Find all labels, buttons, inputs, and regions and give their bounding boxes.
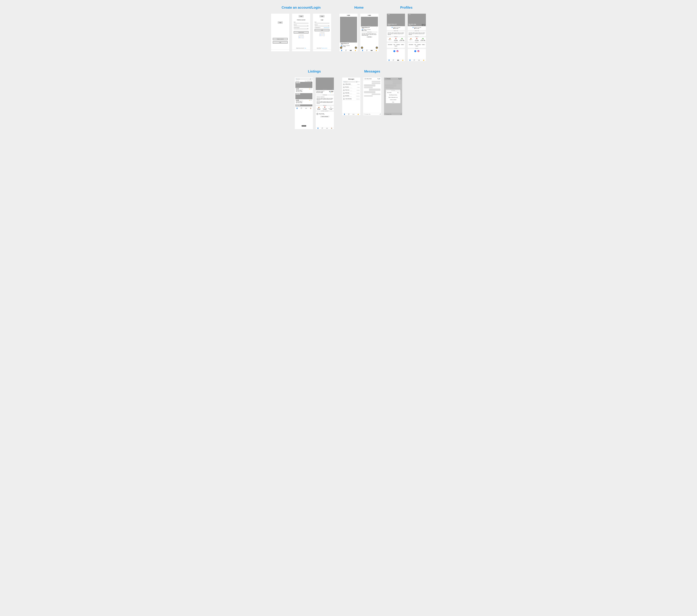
nav-profile-icon[interactable]: 👤 xyxy=(341,50,342,51)
password-input[interactable] xyxy=(294,25,309,27)
forgot-password-link[interactable]: Forget Password? xyxy=(324,27,329,28)
heart-icon[interactable]: ♥ xyxy=(311,82,312,83)
facebook-button[interactable]: f xyxy=(301,36,304,38)
back-button[interactable]: ‹ Back xyxy=(408,14,426,15)
google-button[interactable]: G xyxy=(298,36,301,38)
nav-messages-icon[interactable]: 💬 xyxy=(366,50,368,51)
message-input[interactable]: Message..Jeffrey xyxy=(365,114,380,115)
compose-button[interactable]: ＋ xyxy=(358,81,359,83)
conversation-row[interactable]: Rohit Nair1 day ago xyxy=(342,92,360,95)
dislike-button[interactable]: 👎 xyxy=(340,47,342,49)
nav-profile-icon[interactable]: 👤 xyxy=(344,114,345,115)
dislike-button[interactable]: 👎 xyxy=(361,47,363,49)
nav-messages-icon[interactable]: 💬 xyxy=(301,108,302,109)
create-submit-button[interactable]: Create account xyxy=(294,31,309,33)
confirm-password-input[interactable] xyxy=(294,28,309,30)
conversation-row[interactable]: Neil Rathi2 days ago xyxy=(342,95,360,98)
back-button[interactable]: ‹ xyxy=(364,78,364,79)
facebook-link[interactable]: f xyxy=(394,50,395,52)
heart-icon[interactable]: ♡ xyxy=(311,105,312,106)
facebook-button[interactable]: f xyxy=(323,34,325,36)
back-button[interactable]: ‹ Back xyxy=(387,14,405,15)
mic-icon[interactable]: 🎤 xyxy=(310,78,311,79)
password-input[interactable] xyxy=(315,25,329,27)
nav-messages-icon[interactable]: 💬 xyxy=(322,128,323,129)
video-icon[interactable]: 📹 xyxy=(379,78,380,79)
nav-home-icon[interactable]: ◼◼ xyxy=(418,60,420,61)
nav-home-icon[interactable]: ◼◼ xyxy=(326,128,328,129)
nav-likes-icon[interactable]: 👍 xyxy=(375,50,377,51)
map-view-toggle[interactable]: Map View xyxy=(301,125,306,127)
close-button[interactable]: Close xyxy=(386,101,400,103)
instagram-link[interactable]: ◎ xyxy=(417,50,419,52)
login-submit-button[interactable]: Login xyxy=(315,29,329,31)
create-account-button[interactable]: Create an account xyxy=(273,38,287,40)
nav-profile-icon[interactable]: 👤 xyxy=(317,128,319,129)
filter-icon[interactable]: ▾ xyxy=(312,78,312,79)
login-button[interactable]: Login xyxy=(273,41,287,44)
nav-listings-icon[interactable]: 🏠 xyxy=(310,108,311,109)
nav-messages-icon[interactable]: 💬 xyxy=(414,60,415,61)
nav-likes-icon[interactable]: 👍 xyxy=(355,50,356,51)
heart-icon[interactable]: ♡ xyxy=(311,93,312,94)
nav-likes-icon[interactable]: 👍 xyxy=(357,114,359,115)
profile-photo-carousel[interactable]: ● ○ ○ ○ xyxy=(340,17,357,43)
nav-home-icon[interactable]: ◼◼ xyxy=(353,114,355,115)
expand-chevron-icon[interactable]: ⌃ xyxy=(355,43,356,44)
footer-create-link[interactable]: Create an account xyxy=(322,48,327,48)
nav-messages-icon[interactable]: 💬 xyxy=(345,50,347,51)
email-input[interactable] xyxy=(315,23,329,24)
conversation-row[interactable]: Jeffrey Smith1 hr ago xyxy=(342,83,360,86)
conversation-row[interactable]: Kevin Lee4 hrs ago xyxy=(342,89,360,92)
mic-icon[interactable]: 🎤 xyxy=(380,114,381,115)
toggle-switch[interactable] xyxy=(397,92,399,93)
nav-likes-icon[interactable]: 👍 xyxy=(402,60,403,61)
info-icon[interactable]: ⓘ xyxy=(380,78,381,79)
nav-home-icon[interactable]: ◼◼ xyxy=(305,108,307,109)
send-message-button[interactable]: Send a message xyxy=(320,116,329,117)
like-button[interactable]: 👍 xyxy=(355,47,357,49)
expand-icon[interactable]: ⤢ xyxy=(332,89,333,90)
mic-icon[interactable]: 🎤 xyxy=(356,81,357,82)
nav-profile-icon[interactable]: 👤 xyxy=(296,108,298,109)
nav-messages-icon[interactable]: 💬 xyxy=(393,60,394,61)
profile-photo-carousel[interactable]: ● ○ ○ ○ xyxy=(361,17,378,27)
nav-listings-icon[interactable]: 🏠 xyxy=(331,128,332,129)
listing-card[interactable]: 94% Match♡ xyxy=(295,104,312,106)
nav-home-icon[interactable]: ◼◼ xyxy=(350,50,352,51)
settings-button[interactable]: ⚙ xyxy=(424,24,425,26)
listing-card[interactable]: 94% Match♥ $1,500🦮 🚿 ⏱ 3 bds, 2 ba, Apar… xyxy=(295,82,312,92)
listing-card[interactable]: 94% Match♡ $1,500🦮 🚿 ⏱ 3 bds, 2 ba, Apar… xyxy=(295,93,312,104)
search-input[interactable]: 🔍 Search🎤 xyxy=(343,81,358,83)
google-button[interactable]: G xyxy=(320,34,322,36)
modal-overlay[interactable]: OPTIONS Roommates Send/Request Money Mak… xyxy=(384,77,402,115)
edit-button[interactable]: ✎ xyxy=(422,24,424,26)
nav-home-icon[interactable]: ◼◼ xyxy=(371,50,373,51)
add-button[interactable]: ⊕ xyxy=(364,114,365,115)
conversation-row[interactable]: Louis Carroway2 days ago xyxy=(342,98,360,101)
like-button[interactable]: 👍 xyxy=(376,47,378,49)
footer-login-link[interactable]: Login xyxy=(304,48,306,48)
nav-profile-icon[interactable]: 👤 xyxy=(362,50,363,51)
view-profile-button[interactable]: View Profile xyxy=(367,36,372,38)
nav-profile-icon[interactable]: 👤 xyxy=(388,60,390,61)
nav-home-icon[interactable]: ◼◼ xyxy=(397,60,399,61)
nav-likes-icon[interactable]: 👍 xyxy=(423,60,424,61)
nav-profile-icon[interactable]: 👤 xyxy=(409,60,411,61)
remember-me-checkbox[interactable]: Remember me xyxy=(315,27,320,28)
facebook-link[interactable]: f xyxy=(414,50,416,52)
collapse-chevron-icon[interactable]: ⌄ xyxy=(376,27,377,28)
back-button[interactable]: ‹ xyxy=(316,77,334,79)
conversation-row[interactable]: Roomies1 hr ago xyxy=(342,86,360,89)
instagram-link[interactable]: ◎ xyxy=(397,50,398,52)
make-lists[interactable]: Make Collaborative Lists xyxy=(386,96,400,99)
search-input[interactable]: 🔍 Search 🎤 xyxy=(295,78,311,80)
email-input[interactable] xyxy=(294,23,309,24)
roommates-toggle[interactable]: Roommates xyxy=(386,91,400,94)
contact-landlord[interactable]: Contact Landlord xyxy=(386,99,400,101)
send-request-money[interactable]: Send/Request Money xyxy=(386,94,400,96)
sort-dropdown[interactable]: Sort by: Recommended xyxy=(305,81,312,82)
call-icon[interactable]: 📞 xyxy=(377,78,379,79)
nav-messages-icon[interactable]: 💬 xyxy=(348,114,350,115)
profile-card-collapsed[interactable]: Robert Dixon, 20⌃ Student 👤Looking for 1… xyxy=(340,43,357,48)
